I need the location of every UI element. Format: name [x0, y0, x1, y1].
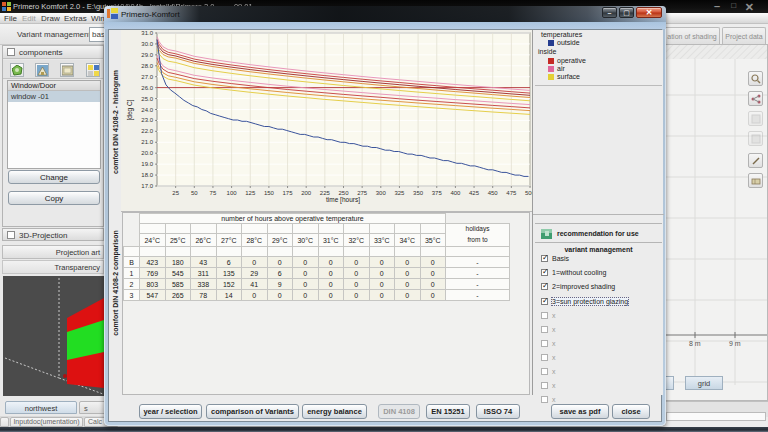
svg-text:325: 325 — [394, 190, 405, 196]
svg-text:27.0: 27.0 — [141, 74, 153, 80]
svg-text:150: 150 — [264, 190, 275, 196]
svg-text:75: 75 — [210, 190, 217, 196]
svg-text:26.0: 26.0 — [141, 85, 153, 91]
svg-text:19.0: 19.0 — [141, 161, 153, 167]
svg-text:21.0: 21.0 — [141, 139, 153, 145]
svg-text:25: 25 — [172, 190, 179, 196]
svg-text:time [hours]: time [hours] — [326, 196, 360, 204]
svg-text:425: 425 — [469, 190, 480, 196]
svg-text:9 m: 9 m — [729, 340, 741, 347]
svg-text:450: 450 — [488, 190, 499, 196]
svg-text:17.0: 17.0 — [141, 183, 153, 189]
svg-text:30.0: 30.0 — [141, 41, 153, 47]
svg-text:[deg C]: [deg C] — [126, 99, 134, 120]
svg-text:22.0: 22.0 — [141, 128, 153, 134]
svg-text:20.0: 20.0 — [141, 150, 153, 156]
svg-text:23.0: 23.0 — [141, 117, 153, 123]
svg-text:125: 125 — [245, 190, 256, 196]
svg-text:300: 300 — [376, 190, 387, 196]
svg-text:200: 200 — [301, 190, 312, 196]
svg-text:350: 350 — [413, 190, 424, 196]
svg-text:50: 50 — [191, 190, 198, 196]
svg-text:28.0: 28.0 — [141, 63, 153, 69]
svg-text:400: 400 — [450, 190, 461, 196]
svg-text:25.0: 25.0 — [141, 96, 153, 102]
svg-text:29.0: 29.0 — [141, 52, 153, 58]
svg-text:175: 175 — [283, 190, 294, 196]
svg-text:24.0: 24.0 — [141, 107, 153, 113]
svg-text:8 m: 8 m — [689, 340, 701, 347]
svg-text:18.0: 18.0 — [141, 172, 153, 178]
svg-text:500: 500 — [525, 190, 532, 196]
svg-text:475: 475 — [506, 190, 517, 196]
svg-text:100: 100 — [227, 190, 238, 196]
svg-text:31.0: 31.0 — [141, 30, 153, 36]
svg-text:375: 375 — [432, 190, 443, 196]
